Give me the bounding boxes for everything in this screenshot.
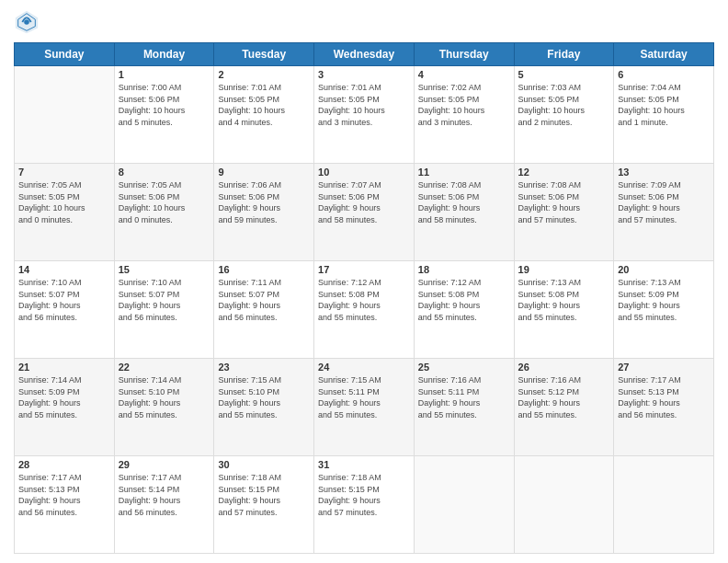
day-info: Sunrise: 7:16 AMSunset: 5:11 PMDaylight:… [418,374,510,420]
day-info: Sunrise: 7:05 AMSunset: 5:05 PMDaylight:… [18,179,110,225]
day-number: 12 [518,167,610,178]
day-info: Sunrise: 7:10 AMSunset: 5:07 PMDaylight:… [18,277,110,323]
header [14,9,714,35]
day-info: Sunrise: 7:17 AMSunset: 5:13 PMDaylight:… [618,374,710,420]
day-number: 21 [18,362,110,373]
calendar-week-row: 28Sunrise: 7:17 AMSunset: 5:13 PMDayligh… [15,456,714,554]
calendar-day-cell: 14Sunrise: 7:10 AMSunset: 5:07 PMDayligh… [15,261,115,359]
day-info: Sunrise: 7:06 AMSunset: 5:06 PMDaylight:… [218,179,310,225]
day-number: 16 [218,264,310,275]
day-info: Sunrise: 7:08 AMSunset: 5:06 PMDaylight:… [518,179,610,225]
day-info: Sunrise: 7:14 AMSunset: 5:10 PMDaylight:… [119,374,210,420]
day-info: Sunrise: 7:13 AMSunset: 5:09 PMDaylight:… [618,277,710,323]
calendar-day-cell: 12Sunrise: 7:08 AMSunset: 5:06 PMDayligh… [514,164,614,261]
calendar-day-cell: 9Sunrise: 7:06 AMSunset: 5:06 PMDaylight… [214,164,314,261]
day-info: Sunrise: 7:07 AMSunset: 5:06 PMDaylight:… [318,179,410,225]
day-info: Sunrise: 7:17 AMSunset: 5:14 PMDaylight:… [119,472,210,518]
calendar-day-cell: 29Sunrise: 7:17 AMSunset: 5:14 PMDayligh… [114,456,214,554]
day-number: 18 [418,264,510,275]
day-info: Sunrise: 7:13 AMSunset: 5:08 PMDaylight:… [518,277,610,323]
calendar-day-cell: 18Sunrise: 7:12 AMSunset: 5:08 PMDayligh… [414,261,514,359]
day-info: Sunrise: 7:05 AMSunset: 5:06 PMDaylight:… [119,179,210,225]
calendar-day-cell: 26Sunrise: 7:16 AMSunset: 5:12 PMDayligh… [514,359,614,456]
day-info: Sunrise: 7:15 AMSunset: 5:11 PMDaylight:… [318,374,410,420]
day-number: 11 [418,167,510,178]
calendar-day-cell: 5Sunrise: 7:03 AMSunset: 5:05 PMDaylight… [514,66,614,164]
day-number: 14 [18,264,110,275]
calendar-day-cell: 30Sunrise: 7:18 AMSunset: 5:15 PMDayligh… [214,456,314,554]
calendar-day-cell: 24Sunrise: 7:15 AMSunset: 5:11 PMDayligh… [314,359,415,456]
day-info: Sunrise: 7:03 AMSunset: 5:05 PMDaylight:… [518,82,610,128]
day-info: Sunrise: 7:12 AMSunset: 5:08 PMDaylight:… [318,277,410,323]
calendar-day-cell: 4Sunrise: 7:02 AMSunset: 5:05 PMDaylight… [414,66,514,164]
calendar-day-cell [15,66,115,164]
day-info: Sunrise: 7:17 AMSunset: 5:13 PMDaylight:… [18,472,110,518]
day-number: 19 [518,264,610,275]
day-number: 1 [119,69,210,80]
day-number: 27 [618,362,710,373]
day-info: Sunrise: 7:08 AMSunset: 5:06 PMDaylight:… [418,179,510,225]
calendar-day-cell: 19Sunrise: 7:13 AMSunset: 5:08 PMDayligh… [514,261,614,359]
day-info: Sunrise: 7:00 AMSunset: 5:06 PMDaylight:… [119,82,210,128]
day-info: Sunrise: 7:15 AMSunset: 5:10 PMDaylight:… [218,374,310,420]
calendar-day-cell [614,456,714,554]
day-number: 31 [318,459,410,470]
day-number: 15 [119,264,210,275]
day-number: 5 [518,69,610,80]
day-header-friday: Friday [514,43,614,66]
calendar-header-row: SundayMondayTuesdayWednesdayThursdayFrid… [15,43,714,66]
page: SundayMondayTuesdayWednesdayThursdayFrid… [0,0,728,563]
day-info: Sunrise: 7:14 AMSunset: 5:09 PMDaylight:… [18,374,110,420]
day-info: Sunrise: 7:18 AMSunset: 5:15 PMDaylight:… [318,472,410,518]
svg-point-2 [24,19,29,25]
calendar-day-cell: 23Sunrise: 7:15 AMSunset: 5:10 PMDayligh… [214,359,314,456]
calendar-day-cell [414,456,514,554]
day-number: 22 [119,362,210,373]
calendar-day-cell: 10Sunrise: 7:07 AMSunset: 5:06 PMDayligh… [314,164,415,261]
logo-icon [14,9,40,35]
day-header-sunday: Sunday [15,43,115,66]
calendar-day-cell: 1Sunrise: 7:00 AMSunset: 5:06 PMDaylight… [114,66,214,164]
day-number: 2 [218,69,310,80]
day-header-tuesday: Tuesday [214,43,314,66]
calendar-day-cell: 16Sunrise: 7:11 AMSunset: 5:07 PMDayligh… [214,261,314,359]
day-info: Sunrise: 7:12 AMSunset: 5:08 PMDaylight:… [418,277,510,323]
calendar-day-cell: 25Sunrise: 7:16 AMSunset: 5:11 PMDayligh… [414,359,514,456]
day-info: Sunrise: 7:18 AMSunset: 5:15 PMDaylight:… [218,472,310,518]
calendar-day-cell: 17Sunrise: 7:12 AMSunset: 5:08 PMDayligh… [314,261,415,359]
day-number: 9 [218,167,310,178]
logo [14,9,43,35]
calendar-day-cell: 15Sunrise: 7:10 AMSunset: 5:07 PMDayligh… [114,261,214,359]
day-info: Sunrise: 7:10 AMSunset: 5:07 PMDaylight:… [119,277,210,323]
day-header-saturday: Saturday [614,43,714,66]
day-number: 13 [618,167,710,178]
day-number: 3 [318,69,410,80]
calendar-week-row: 1Sunrise: 7:00 AMSunset: 5:06 PMDaylight… [15,66,714,164]
calendar-day-cell: 6Sunrise: 7:04 AMSunset: 5:05 PMDaylight… [614,66,714,164]
day-number: 7 [18,167,110,178]
calendar-day-cell: 8Sunrise: 7:05 AMSunset: 5:06 PMDaylight… [114,164,214,261]
calendar-day-cell: 31Sunrise: 7:18 AMSunset: 5:15 PMDayligh… [314,456,415,554]
day-header-thursday: Thursday [414,43,514,66]
day-number: 17 [318,264,410,275]
day-header-wednesday: Wednesday [314,43,415,66]
calendar-day-cell [514,456,614,554]
calendar-day-cell: 3Sunrise: 7:01 AMSunset: 5:05 PMDaylight… [314,66,415,164]
day-number: 29 [119,459,210,470]
day-number: 25 [418,362,510,373]
calendar-day-cell: 22Sunrise: 7:14 AMSunset: 5:10 PMDayligh… [114,359,214,456]
calendar-day-cell: 27Sunrise: 7:17 AMSunset: 5:13 PMDayligh… [614,359,714,456]
calendar-day-cell: 21Sunrise: 7:14 AMSunset: 5:09 PMDayligh… [15,359,115,456]
calendar-day-cell: 20Sunrise: 7:13 AMSunset: 5:09 PMDayligh… [614,261,714,359]
calendar-day-cell: 11Sunrise: 7:08 AMSunset: 5:06 PMDayligh… [414,164,514,261]
day-number: 10 [318,167,410,178]
calendar-week-row: 14Sunrise: 7:10 AMSunset: 5:07 PMDayligh… [15,261,714,359]
day-number: 8 [119,167,210,178]
day-info: Sunrise: 7:16 AMSunset: 5:12 PMDaylight:… [518,374,610,420]
day-number: 30 [218,459,310,470]
day-info: Sunrise: 7:01 AMSunset: 5:05 PMDaylight:… [318,82,410,128]
calendar-day-cell: 28Sunrise: 7:17 AMSunset: 5:13 PMDayligh… [15,456,115,554]
day-number: 26 [518,362,610,373]
day-info: Sunrise: 7:04 AMSunset: 5:05 PMDaylight:… [618,82,710,128]
day-info: Sunrise: 7:09 AMSunset: 5:06 PMDaylight:… [618,179,710,225]
